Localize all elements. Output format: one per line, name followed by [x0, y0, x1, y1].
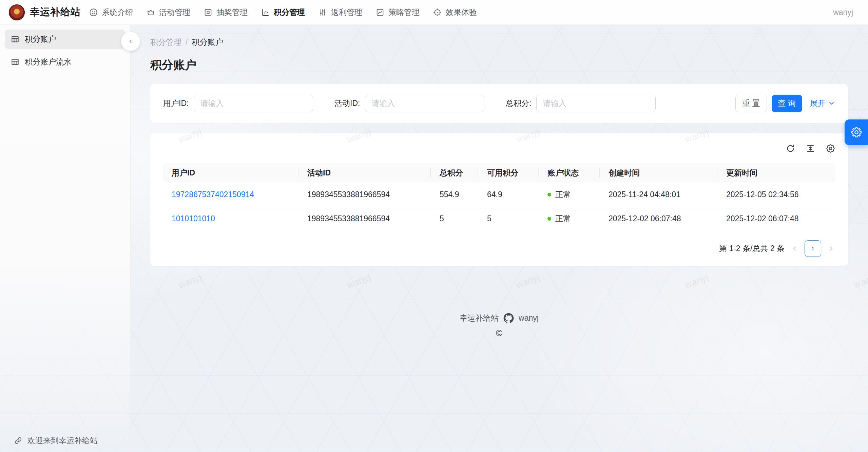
row-density-icon[interactable] — [806, 144, 815, 153]
column-header: 创建时间 — [600, 163, 717, 183]
activity-id-label: 活动ID: — [334, 98, 360, 109]
sidebar-item-label: 积分账户 — [25, 34, 56, 44]
nav-item-activity-mgmt[interactable]: 活动管理 — [146, 7, 190, 18]
cell-status: 正常 — [539, 183, 600, 207]
refresh-icon[interactable] — [786, 144, 795, 153]
user-id-link[interactable]: 1010101010 — [172, 214, 215, 223]
nav-item-label: 返利管理 — [331, 7, 362, 18]
nav-item-label: 活动管理 — [159, 7, 190, 18]
column-header: 更新时间 — [717, 163, 835, 183]
link-icon — [14, 436, 23, 445]
breadcrumb-parent[interactable]: 积分管理 — [150, 37, 181, 48]
app-footer: 幸运补给站 wanyj © — [150, 313, 848, 338]
search-button[interactable]: 查 询 — [772, 95, 802, 112]
column-header: 用户ID — [163, 163, 298, 183]
main-content: 积分管理 / 积分账户 积分账户 用户ID: 活动ID: 总积分: 重 置 查 … — [131, 25, 868, 452]
cell-activity-id: 1989345533881966594 — [298, 207, 431, 231]
sidebar-item-points-account-flow[interactable]: 积分账户流水 — [5, 52, 126, 72]
user-id-label: 用户ID: — [163, 98, 189, 109]
breadcrumb: 积分管理 / 积分账户 — [150, 37, 848, 48]
pagination-prev-icon[interactable] — [790, 244, 799, 253]
search-form-card: 用户ID: 活动ID: 总积分: 重 置 查 询 展开 — [150, 84, 848, 123]
table-toolbar — [163, 144, 835, 153]
nav-item-label: 策略管理 — [388, 7, 420, 18]
table-row: 1010101010198934553388196659455正常2025-12… — [163, 207, 835, 231]
cell-user-id: 1010101010 — [163, 207, 298, 231]
sidebar-collapse-button[interactable] — [121, 32, 140, 51]
footer-github-user: wanyj — [519, 314, 539, 323]
reset-button[interactable]: 重 置 — [735, 95, 767, 112]
cell-updated-at: 2025-12-05 02:34:56 — [717, 183, 835, 207]
footer-credits: 幸运补给站 wanyj — [460, 313, 539, 323]
header-username[interactable]: wanyj — [833, 8, 853, 17]
copyright-symbol: © — [496, 328, 502, 338]
welcome-text: 欢迎来到幸运补给站 — [27, 435, 98, 446]
column-settings-icon[interactable] — [826, 144, 835, 153]
nav-item-strategy-mgmt[interactable]: 策略管理 — [375, 7, 420, 18]
activity-id-input[interactable] — [365, 95, 484, 112]
search-field-activity-id: 活动ID: — [334, 95, 506, 112]
cell-activity-id: 1989345533881966594 — [298, 183, 431, 207]
column-header: 总积分 — [431, 163, 478, 183]
table-card: 用户ID活动ID总积分可用积分账户状态创建时间更新时间 197286753740… — [150, 133, 848, 266]
breadcrumb-separator: / — [186, 38, 188, 47]
nav-item-lottery-mgmt[interactable]: 抽奖管理 — [204, 7, 248, 18]
status-dot-icon — [547, 217, 551, 221]
status-badge: 正常 — [547, 189, 591, 200]
target-icon — [433, 8, 442, 17]
gear-icon — [850, 126, 863, 138]
cell-created-at: 2025-12-02 06:07:48 — [600, 207, 717, 231]
app-header: 幸运补给站 系统介绍活动管理抽奖管理积分管理返利管理策略管理效果体验 wanyj — [0, 0, 868, 25]
app-logo-icon — [9, 4, 25, 20]
crown-icon — [146, 8, 155, 17]
column-header: 活动ID — [298, 163, 431, 183]
pagination-next-icon[interactable] — [827, 244, 835, 253]
cell-status: 正常 — [539, 207, 600, 231]
nav-menu: 系统介绍活动管理抽奖管理积分管理返利管理策略管理效果体验 — [89, 7, 477, 18]
nav-item-label: 积分管理 — [274, 7, 305, 18]
footer-brand: 幸运补给站 — [460, 313, 499, 323]
status-badge: 正常 — [547, 213, 591, 224]
nav-item-points-mgmt[interactable]: 积分管理 — [261, 7, 305, 18]
page-title: 积分账户 — [150, 57, 848, 73]
brand-title: 幸运补给站 — [30, 5, 81, 19]
status-text: 正常 — [555, 189, 571, 200]
nav-item-effect-experience[interactable]: 效果体验 — [433, 7, 477, 18]
status-text: 正常 — [555, 213, 571, 224]
table-grid-icon — [11, 35, 20, 44]
search-field-total-points: 总积分: — [506, 95, 677, 112]
brand[interactable]: 幸运补给站 — [9, 4, 81, 20]
status-dot-icon — [547, 193, 551, 196]
search-field-user-id: 用户ID: — [163, 95, 334, 112]
nav-item-label: 系统介绍 — [102, 7, 133, 18]
github-icon[interactable] — [503, 313, 514, 323]
cell-created-at: 2025-11-24 04:48:01 — [600, 183, 717, 207]
pagination-summary: 第 1-2 条/总共 2 条 — [719, 243, 785, 254]
total-points-label: 总积分: — [506, 98, 531, 109]
prize-box-icon — [204, 8, 213, 17]
cell-updated-at: 2025-12-02 06:07:48 — [717, 207, 835, 231]
nav-item-system-intro[interactable]: 系统介绍 — [89, 7, 133, 18]
user-id-link[interactable]: 1972867537402150914 — [172, 190, 254, 199]
expand-label: 展开 — [810, 98, 826, 109]
table-grid-icon — [11, 57, 20, 67]
sidebar-item-points-account[interactable]: 积分账户 — [5, 30, 126, 49]
total-points-input[interactable] — [536, 95, 656, 112]
strategy-chart-icon — [375, 8, 385, 17]
smile-icon — [89, 8, 98, 17]
nav-item-rebate-mgmt[interactable]: 返利管理 — [318, 7, 362, 18]
cell-available-points: 64.9 — [478, 183, 539, 207]
cell-total-points: 554.9 — [431, 183, 478, 207]
nav-item-label: 抽奖管理 — [216, 7, 248, 18]
sidebar: 积分账户积分账户流水 — [0, 25, 131, 452]
chevron-left-icon — [127, 37, 135, 45]
pagination-page-1[interactable]: 1 — [805, 240, 821, 257]
points-account-table: 用户ID活动ID总积分可用积分账户状态创建时间更新时间 197286753740… — [163, 163, 835, 231]
nav-item-label: 效果体验 — [446, 7, 477, 18]
table-body: 1972867537402150914198934553388196659455… — [163, 183, 835, 231]
search-actions: 重 置 查 询 展开 — [735, 95, 835, 112]
user-id-input[interactable] — [194, 95, 313, 112]
expand-toggle[interactable]: 展开 — [810, 98, 835, 109]
theme-settings-button[interactable] — [845, 119, 868, 145]
table-row: 1972867537402150914198934553388196659455… — [163, 183, 835, 207]
